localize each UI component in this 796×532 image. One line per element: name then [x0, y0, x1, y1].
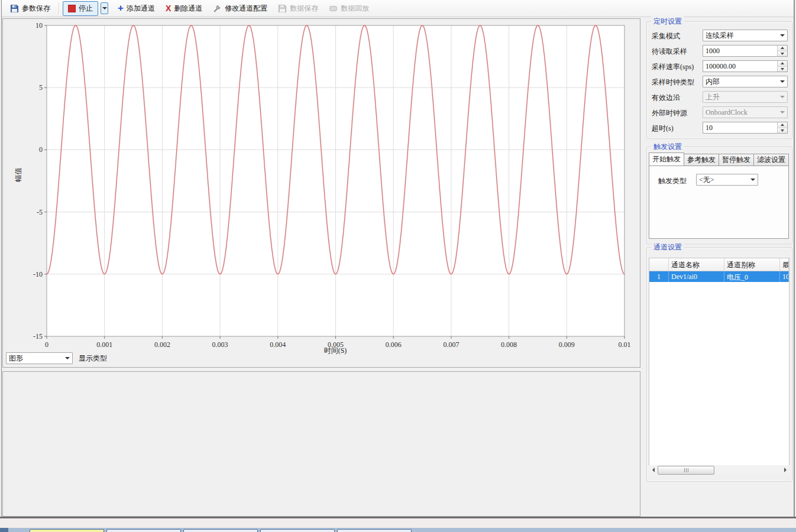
- trigger-type-combo[interactable]: <无>: [696, 174, 758, 186]
- taskbar-item[interactable]: [260, 529, 335, 532]
- display-type-combo-button[interactable]: [63, 353, 72, 364]
- save-disabled-icon: [278, 4, 287, 13]
- spin-up-button[interactable]: [778, 61, 787, 67]
- taskbar-start-button[interactable]: [0, 528, 8, 532]
- delete-channel-label: 删除通道: [174, 4, 202, 14]
- samples-to-read-row: 待读取采样 1000: [652, 45, 788, 57]
- scroll-left-button[interactable]: [649, 465, 658, 475]
- acquisition-mode-combo[interactable]: 连续采样: [703, 30, 788, 41]
- col-channel-max[interactable]: 最大: [780, 258, 789, 271]
- toolbar: 参数保存 停止 + 添加通道 X 删除通道 修改通道配置: [2, 0, 794, 17]
- tab-reference-trigger[interactable]: 参考触发: [684, 154, 719, 166]
- clock-type-value: 内部: [703, 77, 778, 87]
- combo-dropdown-button[interactable]: [778, 30, 787, 41]
- sample-rate-value: 100000.00: [703, 61, 777, 72]
- chevron-down-icon: [102, 7, 107, 9]
- svg-text:-5: -5: [37, 208, 43, 216]
- taskbar-item[interactable]: [337, 529, 412, 532]
- channel-table-header: 通道名称 通道别称 最大: [649, 258, 789, 271]
- up-arrow-icon: [781, 124, 784, 126]
- svg-text:0.001: 0.001: [96, 340, 112, 349]
- stop-button[interactable]: 停止: [63, 1, 98, 16]
- svg-text:-15: -15: [33, 332, 43, 340]
- data-save-button[interactable]: 数据保存: [273, 1, 323, 16]
- spin-up-button[interactable]: [778, 122, 787, 128]
- acquisition-mode-row: 采集模式 连续采样: [652, 30, 788, 41]
- col-row-number[interactable]: [649, 258, 669, 271]
- channel-table-row[interactable]: 1 Dev1/ai0 电压_0 10: [649, 271, 789, 282]
- combo-dropdown-button[interactable]: [748, 174, 758, 185]
- taskbar: [0, 528, 796, 532]
- timeout-row: 超时(s) 10: [652, 122, 788, 134]
- x-icon: X: [166, 5, 171, 12]
- external-clock-combo: OnboardClock: [703, 106, 788, 118]
- display-type-label: 显示类型: [79, 353, 107, 364]
- desktop-background: [0, 518, 796, 528]
- add-channel-button[interactable]: + 添加通道: [113, 1, 160, 16]
- taskbar-item[interactable]: [183, 529, 258, 532]
- sample-rate-spinner[interactable]: 100000.00: [703, 60, 788, 72]
- tab-pause-trigger[interactable]: 暂停触发: [719, 154, 754, 166]
- spin-down-button[interactable]: [778, 51, 787, 57]
- samples-to-read-spinner[interactable]: 1000: [703, 45, 788, 57]
- clock-type-combo[interactable]: 内部: [703, 76, 788, 87]
- modify-channel-config-button[interactable]: 修改通道配置: [208, 1, 272, 16]
- col-channel-name[interactable]: 通道名称: [669, 258, 724, 271]
- down-arrow-icon: [781, 129, 784, 132]
- stop-icon: [68, 5, 76, 12]
- samples-to-read-label: 待读取采样: [652, 47, 687, 57]
- display-type-value: 图形: [7, 353, 63, 364]
- save-params-label: 参数保存: [22, 4, 50, 14]
- save-params-button[interactable]: 参数保存: [5, 1, 55, 16]
- down-arrow-icon: [781, 68, 784, 70]
- active-edge-combo: 上升: [703, 91, 788, 103]
- scroll-right-button[interactable]: [781, 465, 789, 475]
- timeout-spinner[interactable]: 10: [703, 122, 788, 134]
- display-type-combo[interactable]: 图形: [6, 352, 73, 364]
- spin-down-button[interactable]: [778, 67, 787, 72]
- svg-text:0.01: 0.01: [619, 340, 631, 349]
- svg-text:0.009: 0.009: [559, 340, 575, 349]
- chevron-down-icon: [780, 96, 785, 98]
- x-axis-label: 时间(S): [276, 346, 394, 356]
- delete-channel-button[interactable]: X 删除通道: [161, 1, 207, 16]
- trigger-type-value: <无>: [697, 175, 748, 185]
- taskbar-item[interactable]: [106, 529, 181, 532]
- wrench-icon: [213, 4, 222, 13]
- window-border-left: [1, 0, 2, 517]
- sample-rate-row: 采样速率(sps) 100000.00: [652, 60, 788, 72]
- data-playback-button[interactable]: 数据回放: [324, 1, 374, 16]
- taskbar-item-active[interactable]: [30, 529, 104, 532]
- scrollbar-thumb[interactable]: [658, 466, 714, 475]
- trigger-settings-title: 触发设置: [651, 142, 684, 152]
- sample-rate-label: 采样速率(sps): [652, 62, 694, 72]
- start-trigger-tabpage: 触发类型 <无>: [649, 166, 789, 239]
- tab-filter-settings[interactable]: 滤波设置: [753, 154, 789, 166]
- stop-dropdown-arrow[interactable]: [101, 2, 108, 14]
- trigger-tabstrip: 开始触发 参考触发 暂停触发 滤波设置: [649, 153, 788, 166]
- scrollbar-track[interactable]: [658, 465, 781, 475]
- clock-type-label: 采样时钟类型: [652, 77, 694, 87]
- chevron-down-icon: [65, 357, 70, 359]
- chevron-down-icon: [780, 80, 785, 83]
- up-arrow-icon: [781, 62, 784, 64]
- svg-text:0.008: 0.008: [501, 340, 517, 349]
- combo-dropdown-button[interactable]: [778, 76, 787, 87]
- timing-settings-title: 定时设置: [651, 17, 684, 27]
- toolbar-separator: [59, 2, 59, 14]
- left-arrow-icon: [652, 468, 655, 472]
- data-save-label: 数据保存: [290, 4, 318, 14]
- tab-start-trigger[interactable]: 开始触发: [649, 153, 684, 166]
- data-playback-label: 数据回放: [341, 4, 369, 14]
- chevron-down-icon: [750, 179, 755, 181]
- spin-up-button[interactable]: [778, 46, 787, 51]
- spin-down-button[interactable]: [778, 128, 787, 134]
- trigger-type-label: 触发类型: [658, 176, 687, 186]
- grip-icon: [688, 468, 688, 472]
- clock-type-row: 采样时钟类型 内部: [652, 76, 788, 87]
- window-border-right: [794, 0, 795, 517]
- col-channel-alias[interactable]: 通道别称: [724, 258, 780, 271]
- external-clock-label: 外部时钟源: [652, 108, 687, 118]
- channel-table-hscrollbar[interactable]: [649, 465, 789, 475]
- svg-text:0: 0: [45, 340, 48, 349]
